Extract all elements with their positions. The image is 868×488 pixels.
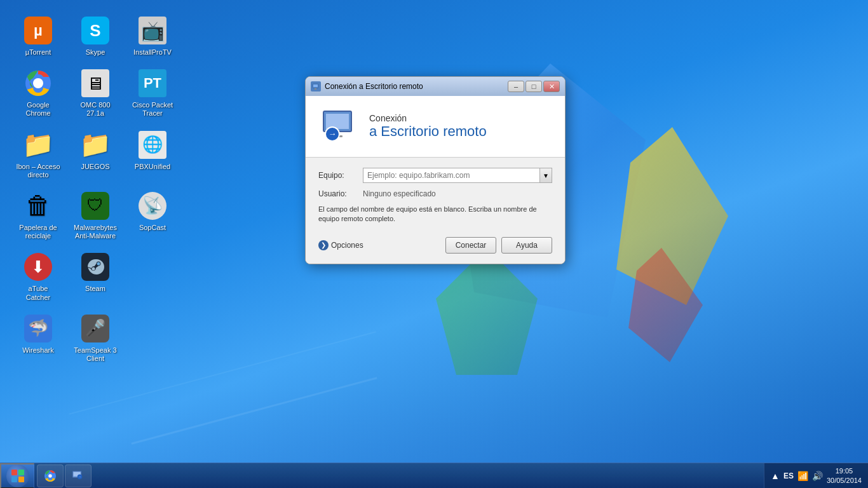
icon-chrome[interactable]: Google Chrome: [13, 65, 64, 120]
tray-volume-icon[interactable]: 🔊: [812, 471, 823, 481]
icon-sopcast[interactable]: 📡 SopCast: [127, 188, 178, 243]
svg-rect-7: [313, 85, 318, 87]
taskbar: → ▲ ES 📶 🔊 19:05 30/05/2014: [0, 463, 868, 488]
empty-slot: [127, 249, 178, 304]
equipo-input[interactable]: [363, 168, 539, 183]
equipo-input-wrap: ▼: [363, 168, 552, 183]
dialog-header: → Conexión a Escritorio remoto: [306, 96, 565, 158]
rdp-icon: →: [318, 106, 359, 147]
svg-text:→: →: [329, 129, 337, 139]
windows-logo-icon: [11, 469, 25, 483]
rdp-title-icon-svg: [312, 83, 320, 90]
icon-omc800[interactable]: 🖥 OMC 800 27.1a: [70, 65, 121, 120]
taskbar-chrome-icon: [43, 468, 58, 484]
icon-juegos[interactable]: 📁 JUEGOS: [70, 127, 121, 182]
svg-point-5: [92, 268, 95, 271]
dialog-title-block: Conexión a Escritorio remoto: [369, 113, 487, 140]
icon-atube[interactable]: ⬇ aTube Catcher: [13, 249, 64, 304]
icon-malwarebytes[interactable]: 🛡 Malwarebytes Anti-Malware: [70, 188, 121, 243]
dialog-heading-big: a Escritorio remoto: [369, 123, 487, 140]
opciones-icon: ❯: [318, 240, 329, 250]
start-orb: [6, 464, 29, 487]
dialog-body: Equipo: ▼ Usuario: Ninguno especificado …: [306, 158, 565, 264]
dialog-title-text: Conexión a Escritorio remoto: [325, 82, 504, 91]
taskbar-item-chrome[interactable]: [37, 464, 64, 487]
tray-network-icon[interactable]: 📶: [797, 471, 808, 481]
usuario-label: Usuario:: [318, 189, 363, 198]
icon-pbxunified[interactable]: 🌐 PBXUnified: [127, 127, 178, 182]
equipo-label: Equipo:: [318, 171, 363, 180]
svg-point-4: [97, 262, 100, 266]
icon-steam[interactable]: Steam: [70, 249, 121, 304]
system-tray: ▲ ES 📶 🔊 19:05 30/05/2014: [764, 463, 868, 489]
taskbar-item-rdp[interactable]: →: [65, 464, 92, 487]
svg-text:→: →: [78, 475, 81, 478]
minimize-button[interactable]: –: [508, 81, 524, 92]
restore-button[interactable]: □: [526, 81, 542, 92]
steam-icon-svg: [85, 257, 105, 277]
opciones-button[interactable]: ❯ Opciones: [318, 240, 363, 250]
svg-rect-17: [11, 477, 17, 482]
opciones-label: Opciones: [331, 241, 363, 250]
equipo-dropdown-button[interactable]: ▼: [539, 168, 552, 183]
tray-language: ES: [783, 471, 794, 480]
dialog-hint-text: El campo del nombre de equipo está en bl…: [318, 205, 552, 224]
icon-utorrent[interactable]: µ µTorrent: [13, 13, 64, 59]
icon-papelera[interactable]: 🗑 Papelera de reciclaje: [13, 188, 64, 243]
svg-point-2: [34, 79, 42, 87]
swirl-yellow: [588, 127, 728, 305]
swirl-red: [620, 248, 703, 362]
taskbar-items: →: [34, 464, 764, 487]
rdp-icon-svg: →: [318, 106, 359, 147]
usuario-value: Ninguno especificado: [363, 189, 436, 198]
conectar-button[interactable]: Conectar: [445, 237, 496, 254]
desktop: µ µTorrent S Skype 📺 InstallProTV: [0, 0, 868, 463]
svg-rect-10: [326, 114, 349, 129]
tray-date: 30/05/2014: [827, 476, 862, 485]
dialog-title-icon: [311, 81, 321, 92]
ayuda-button[interactable]: Ayuda: [501, 237, 552, 254]
usuario-row: Usuario: Ninguno especificado: [318, 189, 552, 198]
svg-rect-8: [315, 88, 316, 90]
close-button[interactable]: ✕: [543, 81, 560, 92]
icon-teamspeak[interactable]: 🎤 TeamSpeak 3 Client: [70, 311, 121, 365]
svg-point-20: [48, 474, 51, 477]
icon-wireshark[interactable]: 🦈 Wireshark: [13, 311, 64, 365]
svg-rect-16: [18, 470, 24, 475]
light-streak-1: [131, 377, 377, 444]
taskbar-rdp-icon: →: [71, 468, 86, 484]
svg-rect-15: [11, 470, 17, 475]
icon-installprotv[interactable]: 📺 InstallProTV: [127, 13, 178, 59]
icon-cisco[interactable]: PT Cisco Packet Tracer: [127, 65, 178, 120]
rdp-dialog: Conexión a Escritorio remoto – □ ✕: [305, 76, 566, 264]
desktop-glow: [0, 386, 868, 463]
dialog-titlebar: Conexión a Escritorio remoto – □ ✕: [306, 77, 565, 96]
desktop-icons: µ µTorrent S Skype 📺 InstallProTV: [6, 6, 191, 372]
chrome-icon-svg: [24, 69, 52, 97]
dialog-heading-small: Conexión: [369, 113, 487, 123]
swirl-green: [436, 248, 538, 375]
dialog-footer: ❯ Opciones Conectar Ayuda: [318, 232, 552, 254]
tray-time: 19:05: [827, 466, 862, 475]
svg-rect-18: [18, 477, 24, 482]
dialog-controls: – □ ✕: [508, 81, 560, 92]
tray-expand-icon[interactable]: ▲: [771, 471, 780, 481]
dialog-action-buttons: Conectar Ayuda: [445, 237, 552, 254]
equipo-row: Equipo: ▼: [318, 168, 552, 183]
icon-skype[interactable]: S Skype: [70, 13, 121, 59]
start-button[interactable]: [0, 463, 34, 489]
icon-ibon[interactable]: 📁 Ibon – Acceso directo: [13, 127, 64, 182]
tray-clock[interactable]: 19:05 30/05/2014: [827, 466, 862, 485]
